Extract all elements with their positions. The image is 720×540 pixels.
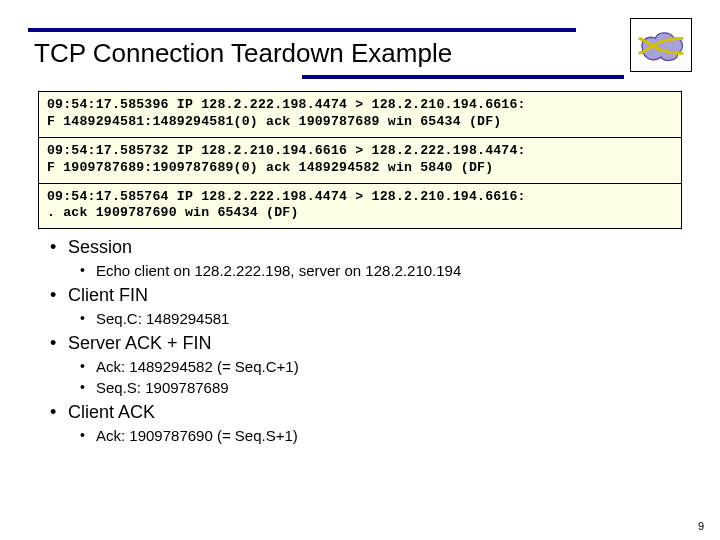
title-row: TCP Connection Teardown Example [28, 18, 692, 79]
bullet-client-fin: Client FIN [46, 285, 682, 306]
packet-1-line-1: 09:54:17.585396 IP 128.2.222.198.4474 > … [47, 97, 673, 114]
slide-title: TCP Connection Teardown Example [28, 38, 624, 69]
bullet-session-sub-1: Echo client on 128.2.222.198, server on … [74, 262, 682, 279]
top-rule [28, 28, 576, 32]
packet-1-line-2: F 1489294581:1489294581(0) ack 190978768… [47, 114, 673, 131]
title-block: TCP Connection Teardown Example [28, 18, 624, 79]
bullet-client-ack-text: Client ACK [68, 402, 155, 422]
bullet-list: Session Echo client on 128.2.222.198, se… [46, 237, 682, 444]
packet-2: 09:54:17.585732 IP 128.2.210.194.6616 > … [39, 137, 681, 183]
packet-2-line-1: 09:54:17.585732 IP 128.2.210.194.6616 > … [47, 143, 673, 160]
packet-1: 09:54:17.585396 IP 128.2.222.198.4474 > … [39, 92, 681, 137]
packet-2-line-2: F 1909787689:1909787689(0) ack 148929458… [47, 160, 673, 177]
under-rule [28, 75, 624, 79]
bullet-client-ack: Client ACK [46, 402, 682, 423]
packet-3-line-1: 09:54:17.585764 IP 128.2.222.198.4474 > … [47, 189, 673, 206]
bullet-session: Session [46, 237, 682, 258]
packet-capture-box: 09:54:17.585396 IP 128.2.222.198.4474 > … [38, 91, 682, 229]
bullet-server-ack-fin-sub-1: Ack: 1489294582 (= Seq.C+1) [74, 358, 682, 375]
packet-3: 09:54:17.585764 IP 128.2.222.198.4474 > … [39, 183, 681, 229]
bullet-server-ack-fin-sub-2: Seq.S: 1909787689 [74, 379, 682, 396]
packet-3-line-2: . ack 1909787690 win 65434 (DF) [47, 205, 673, 222]
bullet-server-ack-fin-text: Server ACK + FIN [68, 333, 212, 353]
page-number: 9 [698, 520, 704, 532]
bullet-session-text: Session [68, 237, 132, 257]
bullet-server-ack-fin: Server ACK + FIN [46, 333, 682, 354]
logo-icon [630, 18, 692, 72]
bullet-client-ack-sub-1: Ack: 1909787690 (= Seq.S+1) [74, 427, 682, 444]
bullet-client-fin-sub-1: Seq.C: 1489294581 [74, 310, 682, 327]
bullet-client-fin-text: Client FIN [68, 285, 148, 305]
slide: TCP Connection Teardown Example 09:54:17… [0, 0, 720, 540]
